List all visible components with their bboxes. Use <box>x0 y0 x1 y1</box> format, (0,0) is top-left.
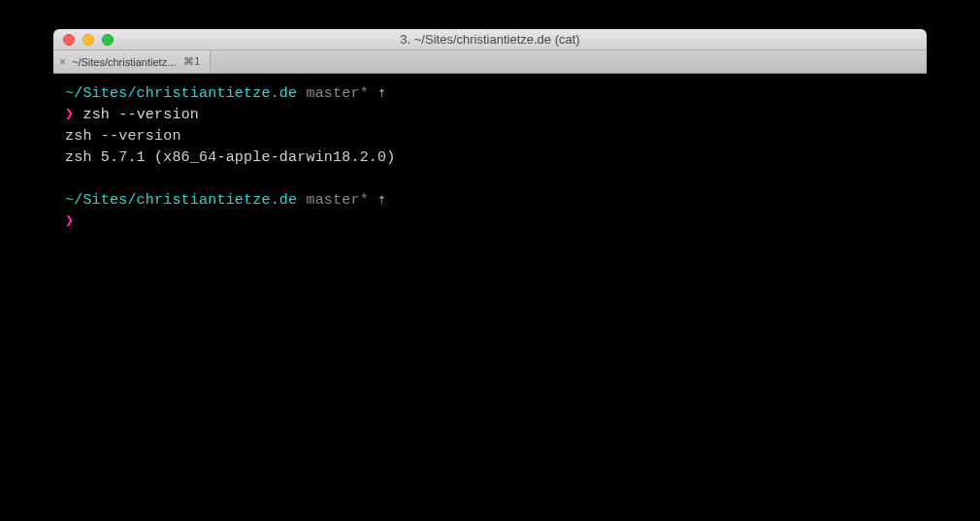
tab-label: ~/Sites/christiantietz... <box>72 56 176 68</box>
terminal-tab[interactable]: × ~/Sites/christiantietz... ⌘1 <box>53 50 211 73</box>
command-line-2: ❯ <box>65 212 915 233</box>
git-branch: master* <box>306 85 368 102</box>
close-window-button[interactable] <box>63 34 75 46</box>
git-ahead-icon: ⇡ <box>377 192 386 209</box>
command-line-1: ❯ zsh --version <box>65 105 915 126</box>
prompt-symbol: ❯ <box>65 107 74 123</box>
terminal-window: 3. ~/Sites/christiantietze.de (cat) × ~/… <box>53 29 927 475</box>
blank-line <box>65 169 915 190</box>
tab-bar: × ~/Sites/christiantietz... ⌘1 <box>53 50 927 74</box>
minimize-window-button[interactable] <box>82 34 94 46</box>
git-ahead-icon: ⇡ <box>377 85 386 102</box>
prompt-line-1: ~/Sites/christiantietze.de master* ⇡ <box>65 83 915 105</box>
tab-shortcut: ⌘1 <box>183 55 200 68</box>
prompt-path: ~/Sites/christiantietze.de <box>65 85 297 102</box>
zoom-window-button[interactable] <box>102 34 114 46</box>
prompt-symbol: ❯ <box>65 213 74 230</box>
prompt-path: ~/Sites/christiantietze.de <box>65 192 297 209</box>
git-branch: master* <box>306 192 368 209</box>
window-title: 3. ~/Sites/christiantietze.de (cat) <box>53 32 927 47</box>
terminal-content[interactable]: ~/Sites/christiantietze.de master* ⇡ ❯ z… <box>53 74 927 475</box>
prompt-line-2: ~/Sites/christiantietze.de master* ⇡ <box>65 190 915 212</box>
output-line-1: zsh --version <box>65 126 915 147</box>
traffic-lights <box>53 34 114 46</box>
output-line-2: zsh 5.7.1 (x86_64-apple-darwin18.2.0) <box>65 147 915 169</box>
titlebar[interactable]: 3. ~/Sites/christiantietze.de (cat) <box>53 29 927 50</box>
close-tab-icon[interactable]: × <box>59 56 66 68</box>
command-text: zsh --version <box>82 107 199 123</box>
